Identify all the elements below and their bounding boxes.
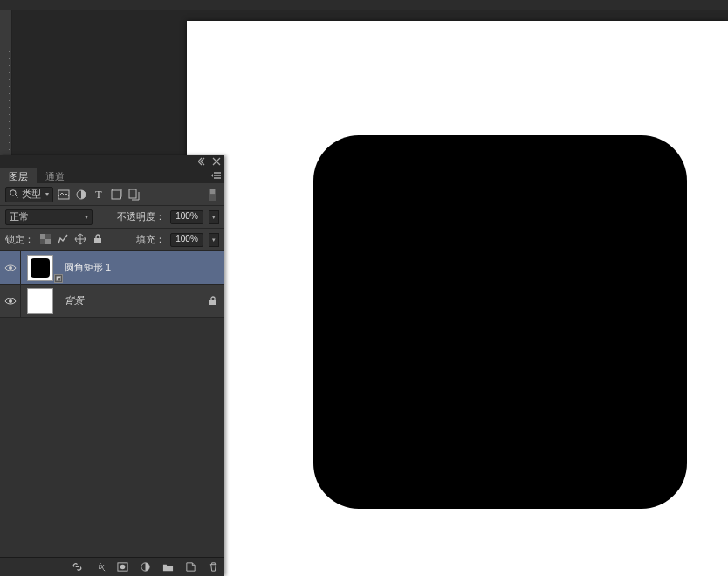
layer-filter-row: 类型 ▾ T [0, 183, 224, 206]
vertical-ruler[interactable] [0, 10, 12, 158]
layer-name[interactable]: 背景 [59, 294, 202, 307]
blend-mode-dropdown[interactable]: 正常 ▾ [5, 209, 93, 225]
opacity-label: 不透明度： [117, 210, 165, 223]
panel-menu-icon[interactable] [210, 168, 224, 183]
filter-type-icon[interactable]: T [92, 188, 106, 202]
svg-text:T: T [95, 189, 102, 201]
top-bar [0, 0, 728, 10]
search-icon [10, 189, 19, 199]
svg-rect-5 [129, 189, 136, 198]
visibility-toggle[interactable] [0, 285, 21, 317]
svg-rect-12 [94, 238, 101, 243]
lock-icon [202, 295, 224, 307]
lock-transparent-icon[interactable] [39, 233, 52, 247]
chevron-down-icon: ▾ [45, 190, 49, 198]
rounded-rect-shape[interactable] [313, 135, 687, 509]
layer-style-button[interactable]: fx [93, 561, 106, 573]
lock-all-icon[interactable] [92, 233, 104, 247]
lock-pixels-icon[interactable] [57, 233, 69, 247]
fill-stepper[interactable]: ▾ [209, 233, 219, 247]
fill-value[interactable]: 100% [170, 233, 203, 247]
panel-tabs: 图层 通道 [0, 168, 224, 183]
blend-opacity-row: 正常 ▾ 不透明度： 100% ▾ [0, 206, 224, 229]
layer-thumbnail[interactable] [21, 288, 59, 314]
shape-layer-badge-icon: ◩ [54, 274, 63, 283]
svg-rect-7 [209, 189, 214, 193]
lock-position-icon[interactable] [74, 233, 86, 247]
filter-toggle-switch[interactable] [205, 188, 219, 202]
filter-shape-icon[interactable] [109, 188, 123, 202]
fill-label: 填充： [136, 233, 165, 246]
layer-mask-button[interactable] [116, 561, 128, 573]
filter-kind-dropdown[interactable]: 类型 ▾ [5, 187, 53, 202]
svg-rect-15 [209, 300, 216, 305]
link-layers-button[interactable] [71, 561, 83, 573]
lock-fill-row: 锁定： 填充： 100% ▾ [0, 229, 224, 251]
filter-adjust-icon[interactable] [74, 188, 88, 202]
layer-thumbnail[interactable]: ◩ [21, 255, 59, 281]
svg-rect-9 [45, 239, 51, 244]
svg-rect-10 [45, 234, 51, 239]
lock-label: 锁定： [5, 233, 34, 246]
layer-row[interactable]: 背景 [0, 285, 224, 318]
opacity-value[interactable]: 100% [170, 210, 203, 224]
opacity-stepper[interactable]: ▾ [209, 210, 219, 224]
new-layer-button[interactable] [184, 561, 196, 573]
layers-panel: 图层 通道 类型 ▾ T 正 [0, 155, 224, 576]
tab-layers[interactable]: 图层 [0, 168, 37, 183]
svg-rect-4 [112, 190, 120, 199]
filter-smartobj-icon[interactable] [127, 188, 141, 202]
panel-footer: fx [0, 557, 224, 576]
blend-mode-value: 正常 [10, 210, 29, 223]
svg-point-0 [10, 190, 16, 195]
group-button[interactable] [161, 561, 174, 573]
collapse-icon[interactable] [198, 157, 207, 166]
eye-icon [4, 295, 17, 307]
close-icon[interactable] [212, 157, 221, 166]
eye-icon [4, 262, 17, 274]
canvas-document[interactable] [187, 21, 728, 576]
panel-titlebar [0, 155, 224, 168]
filter-kind-label: 类型 [22, 188, 41, 201]
layer-row[interactable]: ◩ 圆角矩形 1 [0, 251, 224, 285]
chevron-down-icon: ▾ [85, 213, 88, 221]
filter-pixel-icon[interactable] [57, 188, 71, 202]
visibility-toggle[interactable] [0, 251, 21, 284]
delete-layer-button[interactable] [207, 561, 219, 573]
svg-point-13 [9, 266, 12, 270]
svg-point-14 [9, 299, 12, 303]
svg-rect-11 [40, 239, 45, 244]
layers-list: ◩ 圆角矩形 1 背景 [0, 251, 224, 557]
adjustment-layer-button[interactable] [139, 561, 151, 573]
layer-name[interactable]: 圆角矩形 1 [59, 261, 202, 274]
tab-channels[interactable]: 通道 [37, 168, 73, 183]
svg-point-18 [120, 565, 125, 570]
svg-rect-8 [40, 234, 45, 239]
